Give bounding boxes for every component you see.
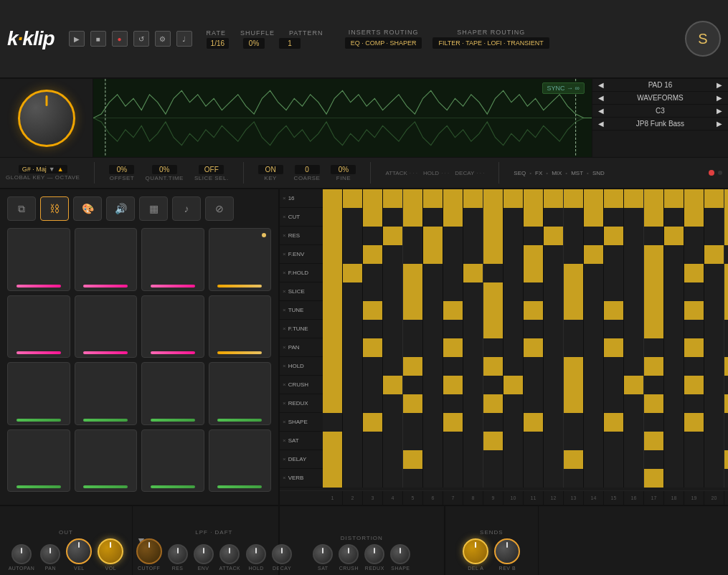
seq-cell-9-20[interactable] — [724, 357, 728, 376]
seq-cell-8-11[interactable] — [544, 338, 564, 357]
seq-cell-6-17[interactable] — [664, 301, 684, 320]
seq-cell-12-0[interactable] — [323, 413, 343, 432]
pad-12[interactable] — [209, 362, 272, 425]
seq-cell-13-20[interactable] — [724, 432, 728, 450]
shape-knob[interactable] — [390, 544, 410, 564]
seq-cell-15-8[interactable] — [483, 469, 504, 488]
seq-cell-2-4[interactable] — [403, 227, 423, 245]
seq-cell-9-3[interactable] — [383, 357, 403, 376]
seq-cell-9-6[interactable] — [443, 357, 463, 376]
seq-cell-9-9[interactable] — [504, 357, 524, 376]
seq-cell-0-3[interactable] — [383, 189, 403, 208]
seq-cell-7-0[interactable] — [323, 320, 343, 338]
seq-cell-6-14[interactable] — [604, 301, 624, 320]
seq-cell-2-2[interactable] — [363, 227, 383, 245]
seq-cell-13-3[interactable] — [383, 432, 403, 450]
seq-cell-3-3[interactable] — [383, 245, 403, 264]
seq-cell-6-8[interactable] — [483, 301, 504, 320]
seq-cell-7-1[interactable] — [343, 320, 363, 338]
seq-label-x-delay[interactable]: × — [283, 456, 286, 462]
seq-cell-10-7[interactable] — [463, 376, 483, 394]
pan-knob[interactable] — [40, 544, 60, 564]
play-button[interactable]: ▶ — [69, 31, 85, 47]
seq-cell-14-9[interactable] — [504, 450, 524, 469]
seq-cell-14-0[interactable] — [323, 450, 343, 469]
seq-cell-1-15[interactable] — [624, 208, 644, 227]
pad-info-row-note[interactable]: ◀ C3 ▶ — [592, 105, 728, 118]
seq-cell-1-14[interactable] — [604, 208, 624, 227]
seq-cell-0-12[interactable] — [564, 189, 584, 208]
seq-cell-2-17[interactable] — [664, 227, 684, 245]
seq-cell-6-3[interactable] — [383, 301, 403, 320]
seq-cell-3-7[interactable] — [463, 245, 483, 264]
seq-cell-6-13[interactable] — [584, 301, 604, 320]
seq-cell-14-3[interactable] — [383, 450, 403, 469]
seq-cell-8-1[interactable] — [343, 338, 363, 357]
seq-cell-2-16[interactable] — [644, 227, 664, 245]
quanttime-value[interactable]: 0% — [152, 165, 177, 174]
seq-cell-4-4[interactable] — [403, 264, 423, 282]
seq-label-x-res[interactable]: × — [283, 232, 286, 239]
seq-cell-10-4[interactable] — [403, 376, 423, 394]
seq-cell-2-6[interactable] — [443, 227, 463, 245]
seq-cell-2-14[interactable] — [604, 227, 624, 245]
coarse-value[interactable]: 0 — [295, 165, 320, 174]
seq-cell-12-11[interactable] — [544, 413, 564, 432]
seq-cell-15-7[interactable] — [463, 469, 483, 488]
seq-cell-3-20[interactable] — [724, 245, 728, 264]
seq-cell-0-18[interactable] — [684, 189, 704, 208]
seq-cell-11-13[interactable] — [584, 394, 604, 413]
seq-cell-4-18[interactable] — [684, 264, 704, 282]
env-knob[interactable] — [194, 544, 214, 564]
seq-cell-8-0[interactable] — [323, 338, 343, 357]
seq-cell-15-1[interactable] — [343, 469, 363, 488]
seq-cell-7-10[interactable] — [524, 320, 544, 338]
seq-cell-2-1[interactable] — [343, 227, 363, 245]
seq-cell-15-19[interactable] — [704, 469, 724, 488]
seq-cell-7-15[interactable] — [624, 320, 644, 338]
note-prev-arrow[interactable]: ◀ — [598, 107, 604, 115]
seq-cell-8-9[interactable] — [504, 338, 524, 357]
seq-cell-1-8[interactable] — [483, 208, 504, 227]
seq-cell-1-13[interactable] — [584, 208, 604, 227]
seq-cell-0-13[interactable] — [584, 189, 604, 208]
seq-cell-6-15[interactable] — [624, 301, 644, 320]
seq-cell-11-16[interactable] — [644, 394, 664, 413]
seq-cell-6-7[interactable] — [463, 301, 483, 320]
seq-cell-14-4[interactable] — [403, 450, 423, 469]
seq-cell-14-5[interactable] — [423, 450, 443, 469]
seq-cell-12-3[interactable] — [383, 413, 403, 432]
seq-cell-0-17[interactable] — [664, 189, 684, 208]
seq-cell-0-1[interactable] — [343, 189, 363, 208]
seq-cell-3-1[interactable] — [343, 245, 363, 264]
seq-cell-9-2[interactable] — [363, 357, 383, 376]
palette-btn[interactable]: 🎨 — [73, 196, 102, 221]
seq-cell-13-18[interactable] — [684, 432, 704, 450]
seq-cell-7-12[interactable] — [564, 320, 584, 338]
seq-cell-12-8[interactable] — [483, 413, 504, 432]
seq-cell-7-13[interactable] — [584, 320, 604, 338]
pad-9[interactable] — [7, 362, 70, 425]
seq-cell-4-9[interactable] — [504, 264, 524, 282]
seq-cell-11-8[interactable] — [483, 394, 504, 413]
crush-knob[interactable] — [339, 544, 359, 564]
seq-cell-7-19[interactable] — [704, 320, 724, 338]
seq-cell-15-20[interactable] — [724, 469, 728, 488]
seq-cell-2-13[interactable] — [584, 227, 604, 245]
pad-prev-arrow[interactable]: ◀ — [598, 81, 604, 89]
seq-cell-7-7[interactable] — [463, 320, 483, 338]
seq-cell-14-1[interactable] — [343, 450, 363, 469]
seq-cell-3-12[interactable] — [564, 245, 584, 264]
seq-cell-11-4[interactable] — [403, 394, 423, 413]
seq-cell-3-6[interactable] — [443, 245, 463, 264]
seq-cell-5-19[interactable] — [704, 282, 724, 301]
seq-cell-1-11[interactable] — [544, 208, 564, 227]
seq-cell-15-11[interactable] — [544, 469, 564, 488]
seq-cell-14-14[interactable] — [604, 450, 624, 469]
piano-btn[interactable]: ▦ — [139, 196, 168, 221]
seq-cell-5-10[interactable] — [524, 282, 544, 301]
seq-cell-5-5[interactable] — [423, 282, 443, 301]
seq-cell-12-12[interactable] — [564, 413, 584, 432]
seq-cell-3-4[interactable] — [403, 245, 423, 264]
seq-cell-8-5[interactable] — [423, 338, 443, 357]
